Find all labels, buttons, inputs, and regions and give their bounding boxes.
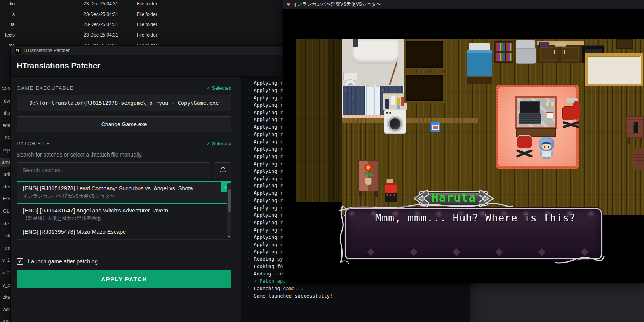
file-row[interactable]: ta23-Dec-25 04:31File folder [0,22,280,30]
chevron-icon: › [247,242,250,247]
file-name-fragment[interactable]: de.c [0,220,12,228]
app-icon: HT [15,48,21,54]
chevron-icon: › [247,256,250,262]
file-name-fragment[interactable]: sour [0,318,12,322]
file-name-fragment[interactable]: edits [0,122,12,129]
file-name-fragment[interactable]: GLE [0,207,12,215]
file-name-fragment[interactable]: ckag [0,293,12,301]
file-name-fragment[interactable]: dco [0,134,12,141]
character-arm-left [540,151,542,156]
chevron-icon: › [247,95,250,100]
chevron-icon: › [247,205,250,211]
file-explorer-side-strip: calesovieiftsheditsdcompeame.udtl.dex.EG… [0,46,12,322]
refrigerator [516,40,535,64]
corner-wood-piece [634,148,644,170]
game-viewport[interactable]: Haruta [283,9,644,283]
bottle-navy [385,99,389,109]
launch-after-patch-label: Launch game after patching [28,258,98,265]
change-game-exe-button[interactable]: Change Game.exe [17,116,231,132]
flower-leaf-right [369,173,373,176]
chevron-icon: › [247,271,250,277]
bed-blanket [467,50,492,76]
bed-footboard [467,76,492,84]
file-name-fragment[interactable]: ovie [0,97,12,105]
file-name-fragment[interactable]: udtl. [0,171,12,178]
bed-pillow [469,43,490,51]
patch-file-status: ✓ Selected [206,141,231,146]
file-name-fragment[interactable]: EGL [0,195,12,203]
dialog-vine-ornament [339,201,513,212]
room-void-left [283,202,342,283]
file-row[interactable]: dio23-Dec-25 04:31File folder [0,1,280,10]
patch-title: [ENG] [RJ01431647] Angel and Witch's Adv… [23,207,225,214]
file-name-fragment[interactable]: dex. [0,183,12,191]
heater-dot-2 [390,194,392,196]
game-exe-path: D:\for-translator\RJ01512978-sexgame\jp_… [17,95,231,111]
file-date: 23-Dec-25 04:31 [84,22,118,27]
file-date: 23-Dec-25 04:31 [84,32,118,38]
desk-papers-2 [550,102,555,107]
chevron-icon: › [247,132,250,137]
dialog-corner-ornament-right [554,251,605,266]
tv-remote [633,122,638,133]
floor-threshold [342,118,478,123]
file-name-fragment[interactable]: ame. [0,158,12,166]
laptop-keyboard [519,113,541,124]
detergent-print [433,126,438,129]
chevron-icon: › [247,183,250,188]
file-row[interactable]: fects23-Dec-25 04:31File folder [0,32,280,41]
chevron-icon: › [247,117,250,122]
chevron-icon: › [247,198,250,203]
patch-list-item[interactable]: [ENG] [RJ01512978] Lewd Company: Succubu… [17,181,231,204]
launch-after-patch-checkbox[interactable]: ✓ [17,258,23,265]
patch-list: [ENG] [RJ01512978] Lewd Company: Succubu… [17,181,231,240]
patch-list-item[interactable]: [ENG] [RJ01395478] Mazo Mazo Escape [17,225,231,238]
file-name-fragment[interactable]: v_20 [0,269,12,277]
chair-back [517,136,532,148]
scrollbar-thumb[interactable] [228,189,231,212]
file-name-fragment[interactable]: tific [0,232,12,240]
file-name: dio [0,1,15,7]
office-chair-right [562,98,580,131]
file-name-fragment[interactable]: iftsh [0,109,12,117]
patcher-form: GAME EXECUTABLE ✓ Selected D:\for-transl… [11,77,241,322]
chevron-icon: › [247,212,250,218]
chevron-icon: › [247,278,250,284]
dialog-window[interactable]: Mmm, mmm... Huh? Where is this? [341,206,604,263]
upload-patch-button[interactable] [214,162,231,178]
file-name-fragment[interactable]: v.dll [0,244,12,252]
wall-shadow-dark [328,39,342,202]
patch-list-scrollbar[interactable]: ▼ [227,183,231,238]
bed [467,42,492,84]
file-name-fragment[interactable]: v_10 [0,256,12,264]
character-arm-right [551,151,553,156]
scrollbar-down-arrow[interactable]: ▼ [227,235,231,238]
cup-cyan [397,105,400,109]
log-line: ›Launching game... [247,285,470,292]
screen: dio23-Dec-25 04:31File folders23-Dec-25 … [0,0,644,322]
file-row[interactable]: s23-Dec-25 04:31File folder [0,12,280,20]
game-titlebar[interactable]: ♥ インランカンパ〜淫魔VS天使VSショタ〜 [283,0,644,9]
log-line: ›Game launched successfully! [247,292,470,299]
character-body [541,151,552,157]
file-name-fragment[interactable]: cales [0,85,12,92]
tatami-mat [585,53,643,86]
file-name-fragment[interactable]: v_elf [0,281,12,289]
remote-led [634,123,635,124]
heater-dot [386,194,388,196]
stand-leg-left [359,191,362,197]
chevron-icon: › [247,168,250,174]
file-type: File folder [137,32,157,38]
file-name-fragment[interactable]: mpe [0,146,12,154]
laundry-corner [383,93,407,134]
file-name-fragment[interactable]: adm [0,306,12,313]
game-executable-label: GAME EXECUTABLE [17,85,73,91]
apply-patch-button[interactable]: APPLY PATCH [17,270,231,288]
detergent-pack [430,122,440,132]
chevron-icon: › [247,190,250,196]
stand-leg-right [374,191,378,197]
patch-list-item[interactable]: [ENG] [RJ01431647] Angel and Witch's Adv… [17,204,231,225]
file-name: s [0,12,15,17]
search-patches-input[interactable] [17,162,210,178]
shower-curtain-left [343,86,365,117]
